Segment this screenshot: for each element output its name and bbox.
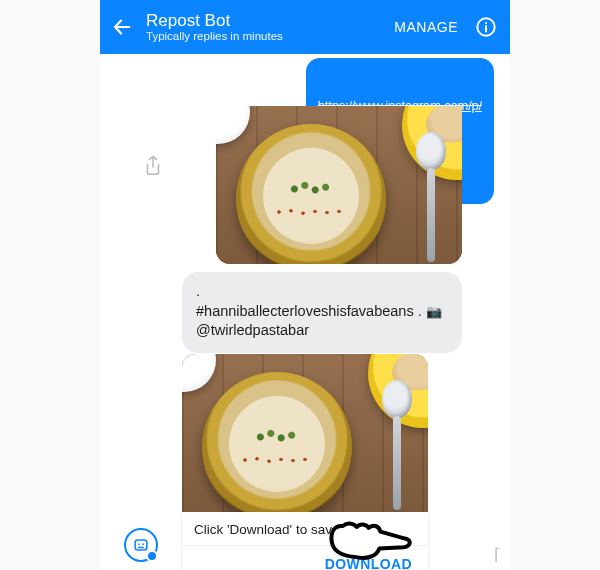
header-title-block: Repost Bot Typically replies in minutes (146, 11, 380, 44)
messenger-badge-icon (146, 550, 158, 562)
pointer-hand-annotation (324, 507, 418, 569)
info-button[interactable] (472, 13, 500, 41)
messenger-conversation: Repost Bot Typically replies in minutes … (100, 0, 510, 570)
arrow-left-icon (111, 16, 133, 38)
manage-button[interactable]: MANAGE (388, 19, 464, 35)
partial-edge-glyph: ⌈ (494, 545, 500, 564)
chat-title: Repost Bot (146, 11, 380, 31)
caption-handle: @twirledpastabar (196, 322, 309, 338)
svg-point-6 (142, 543, 144, 545)
svg-point-5 (138, 543, 140, 545)
camera-emoji-icon: 📷 (426, 303, 442, 321)
bot-avatar[interactable] (124, 528, 158, 562)
svg-rect-4 (135, 540, 147, 550)
messages-area: https://www.instagram.com/p/ BI6GEBzjQ8C… (100, 54, 510, 570)
share-icon[interactable] (142, 154, 164, 182)
back-button[interactable] (106, 11, 138, 43)
chat-header: Repost Bot Typically replies in minutes … (100, 0, 510, 54)
info-icon (475, 16, 497, 38)
chat-subtitle: Typically replies in minutes (146, 30, 380, 43)
svg-point-3 (485, 22, 487, 24)
incoming-image-2[interactable] (182, 354, 428, 512)
incoming-image-1[interactable] (216, 106, 462, 264)
caption-text: . #hanniballecterloveshisfavabeans . (196, 283, 426, 319)
incoming-caption-bubble[interactable]: . #hanniballecterloveshisfavabeans . 📷 @… (182, 272, 462, 353)
